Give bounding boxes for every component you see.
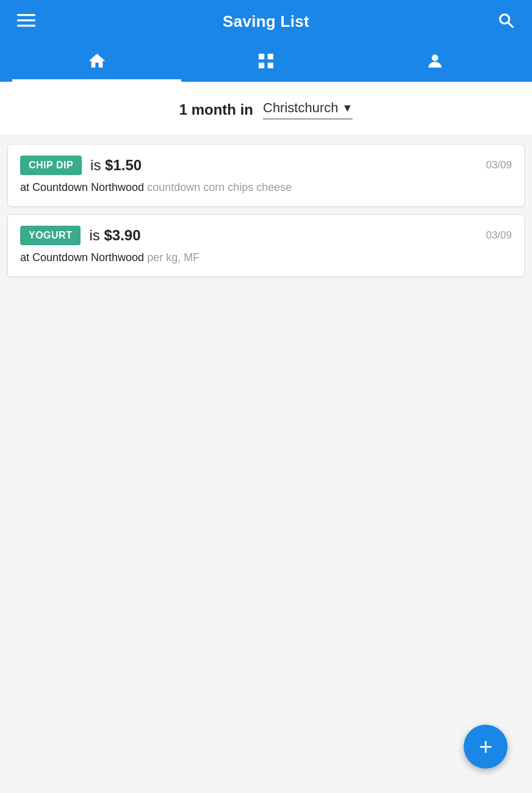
card-left-chip-dip: CHIP DIP is $1.50 bbox=[20, 156, 142, 175]
nav-tab-list[interactable] bbox=[181, 43, 350, 82]
date-chip-dip: 03/09 bbox=[486, 159, 512, 171]
svg-rect-8 bbox=[268, 63, 273, 68]
tags-chip-dip: countdown corn chips cheese bbox=[147, 181, 292, 193]
svg-rect-6 bbox=[268, 54, 273, 59]
saving-card-chip-dip[interactable]: CHIP DIP is $1.50 03/09 at Countdown Nor… bbox=[7, 144, 525, 207]
nav-tab-profile[interactable] bbox=[351, 43, 520, 82]
location-dropdown[interactable]: Christchurch ▼ bbox=[263, 100, 353, 120]
price-amount-yogurt: $3.90 bbox=[104, 227, 140, 243]
svg-rect-1 bbox=[17, 19, 35, 21]
price-yogurt: is $3.90 bbox=[89, 227, 140, 244]
price-amount-chip-dip: $1.50 bbox=[105, 157, 142, 173]
date-yogurt: 03/09 bbox=[486, 229, 512, 242]
nav-tab-home[interactable] bbox=[12, 43, 181, 82]
card-bottom-chip-dip: at Countdown Northwood countdown corn ch… bbox=[20, 181, 512, 194]
location-text: Christchurch bbox=[263, 100, 338, 116]
svg-line-4 bbox=[508, 23, 512, 27]
tags-yogurt: per kg, MF bbox=[147, 251, 200, 264]
search-button[interactable] bbox=[492, 6, 520, 37]
chevron-down-icon: ▼ bbox=[342, 102, 353, 115]
category-badge-yogurt: YOGURT bbox=[20, 226, 81, 245]
menu-button[interactable] bbox=[12, 6, 40, 37]
app-bar: Saving List bbox=[0, 0, 532, 82]
store-yogurt: at Countdown Northwood bbox=[20, 251, 144, 264]
svg-rect-7 bbox=[259, 63, 264, 68]
add-fab-button[interactable]: + bbox=[464, 725, 508, 769]
period-label: 1 month in bbox=[179, 101, 253, 118]
is-word-yogurt: is bbox=[89, 227, 99, 243]
price-chip-dip: is $1.50 bbox=[90, 157, 142, 174]
main-content: 1 month in Christchurch ▼ CHIP DIP is $1… bbox=[0, 82, 532, 793]
saving-card-yogurt[interactable]: YOGURT is $3.90 03/09 at Countdown North… bbox=[7, 214, 525, 277]
bottom-nav bbox=[12, 43, 520, 82]
store-chip-dip: at Countdown Northwood bbox=[20, 181, 144, 193]
card-bottom-yogurt: at Countdown Northwood per kg, MF bbox=[20, 251, 512, 264]
category-badge-chip-dip: CHIP DIP bbox=[20, 156, 82, 175]
period-header: 1 month in Christchurch ▼ bbox=[0, 82, 532, 134]
app-title: Saving List bbox=[223, 12, 309, 31]
svg-rect-2 bbox=[17, 24, 35, 26]
svg-point-9 bbox=[432, 54, 439, 61]
svg-rect-5 bbox=[259, 54, 264, 59]
svg-rect-0 bbox=[17, 14, 35, 16]
savings-list: CHIP DIP is $1.50 03/09 at Countdown Nor… bbox=[0, 134, 532, 287]
is-word-chip-dip: is bbox=[90, 157, 101, 173]
card-left-yogurt: YOGURT is $3.90 bbox=[20, 226, 141, 245]
